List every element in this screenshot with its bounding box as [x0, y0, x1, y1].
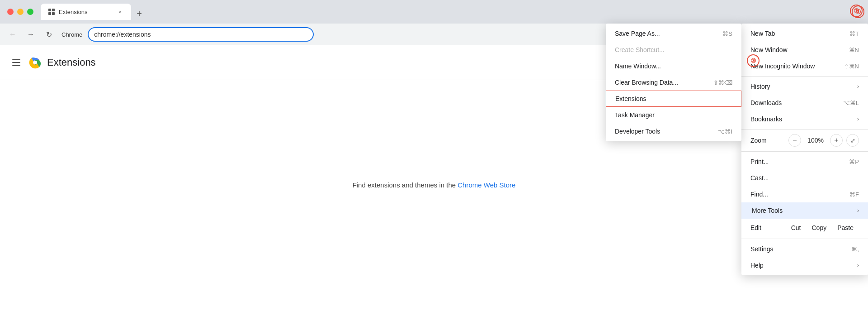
- menu-item-label: Bookmarks: [750, 115, 782, 123]
- menu-item-shortcut: ⌘P: [849, 158, 859, 165]
- edit-buttons: Cut Copy Paste: [786, 222, 859, 233]
- svg-rect-1: [52, 9, 55, 11]
- menu-item-label: New Tab: [750, 30, 775, 37]
- chrome-web-store-link[interactable]: Chrome Web Store: [458, 181, 515, 189]
- zoom-label: Zoom: [750, 137, 788, 144]
- menu-item-new-tab[interactable]: New Tab ⌘T: [741, 25, 868, 42]
- chevron-right-icon: ›: [857, 262, 859, 268]
- menu-item-history[interactable]: History ›: [741, 78, 868, 95]
- back-button[interactable]: ←: [5, 27, 20, 42]
- more-tools-menu: Save Page As... ⌘S Create Shortcut... Na…: [606, 24, 741, 141]
- window-controls: [7, 9, 33, 15]
- menu-item-label: Help: [750, 262, 764, 269]
- zoom-out-button[interactable]: −: [788, 134, 801, 147]
- minimize-button[interactable]: [17, 9, 24, 15]
- maximize-button[interactable]: [27, 9, 33, 15]
- submenu-item-label: Task Manager: [615, 111, 655, 119]
- title-bar: Extensions × + ①: [0, 0, 868, 24]
- menu-item-label: Find...: [750, 191, 768, 198]
- tab-close-button[interactable]: ×: [117, 8, 124, 15]
- cut-button[interactable]: Cut: [786, 222, 807, 233]
- menu-item-incognito[interactable]: New Incognito Window ⇧⌘N: [741, 58, 868, 74]
- chevron-right-icon: ›: [857, 83, 859, 90]
- extensions-tab[interactable]: Extensions ×: [41, 4, 131, 20]
- forward-button[interactable]: →: [24, 27, 38, 42]
- submenu-item-label: Clear Browsing Data...: [615, 79, 678, 86]
- svg-rect-3: [52, 12, 55, 15]
- menu-item-shortcut: ⌘T: [849, 30, 859, 37]
- menu-item-bookmarks[interactable]: Bookmarks ›: [741, 111, 868, 127]
- address-bar[interactable]: chrome://extensions: [88, 27, 314, 42]
- chrome-label: Chrome: [60, 31, 84, 38]
- menu-item-label: More Tools: [752, 207, 783, 214]
- submenu-item-extensions[interactable]: Extensions: [606, 91, 741, 107]
- chrome-menu: New Tab ⌘T New Window ⌘N New Incognito W…: [741, 24, 868, 275]
- submenu-item-clear-browsing[interactable]: Clear Browsing Data... ⇧⌘⌫: [606, 74, 741, 91]
- submenu-item-shortcut: ⌘S: [722, 30, 732, 37]
- menu-item-shortcut: ⌘,: [851, 246, 859, 253]
- menu-item-label: Cast...: [750, 174, 769, 182]
- menu-item-shortcut: ⇧⌘N: [844, 63, 859, 70]
- page-title: Extensions: [47, 57, 96, 68]
- sidebar-toggle-button[interactable]: [9, 55, 24, 70]
- zoom-in-button[interactable]: +: [830, 134, 843, 147]
- menu-item-zoom: Zoom − 100% + ⤢: [741, 131, 868, 149]
- submenu-item-label: Create Shortcut...: [615, 46, 665, 53]
- chrome-logo-icon: [29, 56, 42, 69]
- menu-divider: [741, 129, 868, 129]
- tab-bar: Extensions × +: [41, 4, 861, 20]
- address-text: chrome://extensions: [94, 31, 151, 38]
- empty-state-text: Find extensions and themes in the Chrome…: [353, 181, 516, 189]
- menu-item-downloads[interactable]: Downloads ⌥⌘L: [741, 95, 868, 111]
- zoom-fullscreen-button[interactable]: ⤢: [846, 134, 859, 147]
- svg-rect-0: [48, 9, 51, 11]
- submenu-item-label: Name Window...: [615, 62, 661, 70]
- submenu-item-shortcut: ⇧⌘⌫: [713, 79, 732, 86]
- zoom-controls: − 100% + ⤢: [788, 134, 859, 147]
- submenu-item-name-window[interactable]: Name Window...: [606, 58, 741, 74]
- tab-favicon: [48, 8, 55, 15]
- menu-item-cast[interactable]: Cast...: [741, 170, 868, 186]
- hamburger-line-1: [12, 59, 20, 60]
- menu-divider: [741, 239, 868, 239]
- chevron-right-icon: ›: [857, 116, 859, 122]
- menu-item-shortcut: ⌥⌘L: [843, 100, 859, 106]
- menu-item-more-tools[interactable]: More Tools ›: [741, 202, 868, 219]
- menu-item-new-window[interactable]: New Window ⌘N: [741, 42, 868, 58]
- copy-button[interactable]: Copy: [807, 222, 832, 233]
- menu-item-find[interactable]: Find... ⌘F: [741, 186, 868, 202]
- submenu-item-developer-tools[interactable]: Developer Tools ⌥⌘I: [606, 123, 741, 139]
- submenu-item-label: Extensions: [615, 95, 646, 102]
- menu-item-help[interactable]: Help ›: [741, 257, 868, 273]
- submenu-item-task-manager[interactable]: Task Manager: [606, 107, 741, 123]
- menu-divider: [741, 76, 868, 77]
- zoom-value: 100%: [805, 137, 826, 144]
- hamburger-line-3: [12, 65, 20, 66]
- reload-button[interactable]: ↻: [42, 27, 56, 42]
- menu-item-label: New Window: [750, 46, 788, 53]
- svg-point-10: [33, 61, 37, 64]
- menu-item-label: Downloads: [750, 99, 782, 106]
- submenu-item-save-page[interactable]: Save Page As... ⌘S: [606, 25, 741, 42]
- menu-divider: [741, 151, 868, 152]
- submenu-item-label: Developer Tools: [615, 128, 660, 135]
- menu-item-label: Settings: [750, 245, 774, 253]
- edit-label: Edit: [750, 224, 786, 231]
- close-button[interactable]: [7, 9, 14, 15]
- paste-button[interactable]: Paste: [832, 222, 859, 233]
- tab-title: Extensions: [59, 9, 113, 15]
- menu-item-label: History: [750, 83, 770, 90]
- chevron-right-icon: ›: [857, 207, 859, 214]
- menu-item-edit: Edit Cut Copy Paste: [741, 219, 868, 237]
- menu-item-print[interactable]: Print... ⌘P: [741, 153, 868, 170]
- menu-item-label: New Incognito Window: [750, 62, 815, 70]
- menu-item-settings[interactable]: Settings ⌘,: [741, 241, 868, 257]
- menu-item-shortcut: ⌘F: [849, 191, 859, 198]
- annotation-1-badge: ①: [850, 5, 863, 17]
- submenu-item-create-shortcut: Create Shortcut...: [606, 42, 741, 58]
- new-tab-button[interactable]: +: [133, 7, 146, 20]
- submenu-item-shortcut: ⌥⌘I: [718, 128, 732, 135]
- svg-rect-2: [48, 12, 51, 15]
- menu-item-label: Print...: [750, 158, 769, 165]
- annotation-3: ③: [747, 54, 760, 67]
